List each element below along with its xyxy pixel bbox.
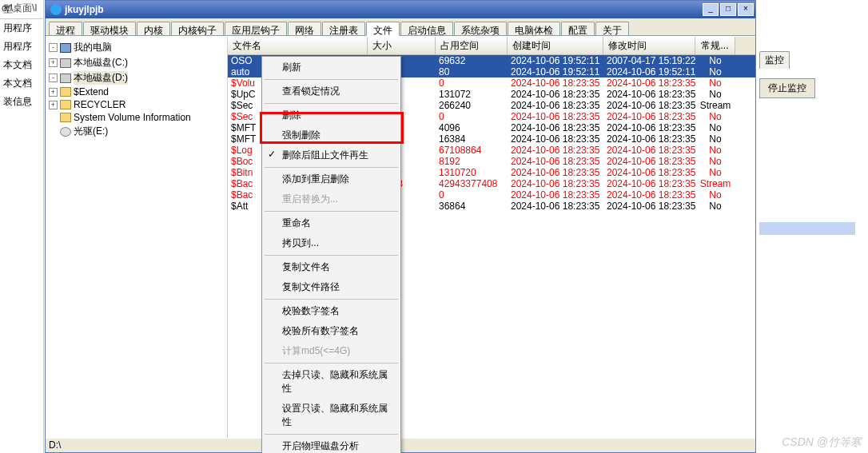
sidebar-item[interactable]: 用程序 — [0, 19, 43, 38]
background-right-panel: 监控 停止监控 — [756, 0, 868, 453]
window-title: jkuyjlpjb — [65, 4, 701, 15]
tree-node[interactable]: System Volume Information — [49, 111, 224, 124]
tree-root[interactable]: -我的电脑 — [49, 40, 224, 55]
tab-4[interactable]: 应用层钩子 — [225, 22, 287, 35]
sidebar-item[interactable]: 本文档 — [0, 74, 43, 93]
menu-item: 重启替换为... — [263, 189, 400, 209]
menu-item[interactable]: 复制文件名 — [263, 257, 400, 277]
path-fragment: or\桌面\I — [0, 0, 39, 17]
sidebar-item[interactable]: 本文档 — [0, 56, 43, 74]
drive-tree[interactable]: -我的电脑+本地磁盘(C:)-本地磁盘(D:)+$Extend+RECYCLER… — [46, 37, 228, 438]
menu-item[interactable]: 删除后阻止文件再生 — [263, 145, 400, 165]
menu-item[interactable]: 校验所有数字签名 — [263, 321, 400, 341]
sidebar-item[interactable]: 用程序 — [0, 38, 43, 56]
col-mtime[interactable]: 修改时间 — [603, 37, 695, 54]
menu-item[interactable]: 重命名 — [263, 213, 400, 233]
tab-0[interactable]: 进程 — [49, 22, 82, 35]
tree-node[interactable]: -本地磁盘(D:) — [49, 70, 224, 85]
tab-5[interactable]: 网络 — [288, 22, 321, 35]
titlebar[interactable]: jkuyjlpjb _ □ × — [46, 1, 755, 18]
tab-1[interactable]: 驱动模块 — [83, 22, 136, 35]
tab-8[interactable]: 启动信息 — [400, 22, 453, 35]
menu-item[interactable]: 设置只读、隐藏和系统属性 — [263, 399, 400, 432]
tab-3[interactable]: 内核钩子 — [171, 22, 224, 35]
menu-item[interactable]: 删除 — [263, 105, 400, 125]
menu-item: 计算md5(<=4G) — [263, 341, 400, 361]
tree-node[interactable]: 光驱(E:) — [49, 124, 224, 139]
file-list-header: 文件名 大小 占用空间 创建时间 修改时间 常规... — [228, 37, 755, 55]
tree-node[interactable]: +$Extend — [49, 85, 224, 98]
tab-2[interactable]: 内核 — [137, 22, 170, 35]
stop-monitor-button[interactable]: 停止监控 — [759, 78, 815, 98]
tab-9[interactable]: 系统杂项 — [454, 22, 507, 35]
minimize-button[interactable]: _ — [703, 3, 719, 16]
tab-10[interactable]: 电脑体检 — [508, 22, 560, 35]
menu-item[interactable]: 拷贝到... — [263, 233, 400, 253]
col-size[interactable]: 大小 — [368, 37, 436, 54]
menu-item[interactable]: 查看锁定情况 — [263, 81, 400, 101]
menu-item[interactable]: 强制删除 — [263, 125, 400, 145]
tree-node[interactable]: +本地磁盘(C:) — [49, 55, 224, 70]
menu-item[interactable]: 开启物理磁盘分析 — [263, 436, 400, 453]
tab-12[interactable]: 关于 — [595, 22, 629, 35]
tab-monitor[interactable]: 监控 — [759, 51, 790, 69]
tree-node[interactable]: +RECYCLER — [49, 98, 224, 111]
menu-item[interactable]: 校验数字签名 — [263, 301, 400, 321]
background-sidebar: 型 用程序用程序本文档本文档装信息 — [0, 0, 44, 453]
menu-item[interactable]: 添加到重启删除 — [263, 169, 400, 189]
watermark: CSDN @竹等寒 — [782, 435, 862, 450]
menu-item[interactable]: 刷新 — [263, 58, 400, 77]
app-icon — [50, 4, 62, 15]
context-menu: 刷新查看锁定情况删除强制删除删除后阻止文件再生添加到重启删除重启替换为...重命… — [261, 56, 401, 453]
maximize-button[interactable]: □ — [720, 3, 736, 16]
sidebar-item[interactable]: 装信息 — [0, 93, 43, 111]
tab-7[interactable]: 文件 — [366, 22, 400, 36]
highlighted-row — [759, 222, 855, 235]
tab-11[interactable]: 配置 — [561, 22, 595, 35]
col-normal[interactable]: 常规... — [695, 37, 735, 54]
col-used[interactable]: 占用空间 — [436, 37, 508, 54]
menu-item[interactable]: 去掉只读、隐藏和系统属性 — [263, 365, 400, 399]
main-tabstrip: 进程驱动模块内核内核钩子应用层钩子网络注册表文件启动信息系统杂项电脑体检配置关于 — [46, 18, 755, 36]
tab-6[interactable]: 注册表 — [322, 22, 365, 35]
col-filename[interactable]: 文件名 — [228, 37, 368, 54]
menu-item[interactable]: 复制文件路径 — [263, 277, 400, 297]
close-button[interactable]: × — [738, 3, 754, 16]
col-ctime[interactable]: 创建时间 — [508, 37, 603, 54]
